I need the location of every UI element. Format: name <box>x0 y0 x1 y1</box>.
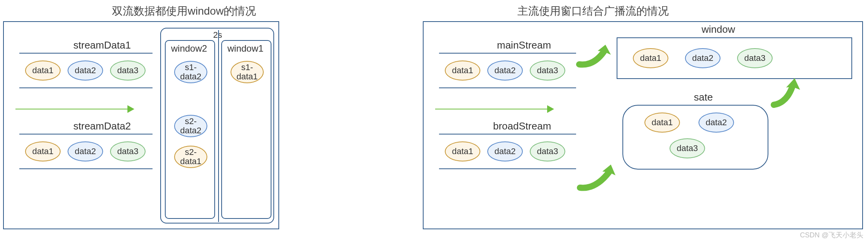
windows-group: 2s window2 s1-data2 s2-data2 s2-data1 wi… <box>160 28 274 224</box>
mainstream-label: mainStream <box>497 39 551 51</box>
data-ellipse: data1 <box>25 141 61 161</box>
broadstream-top-line <box>439 134 576 134</box>
stream1-label: streamData1 <box>73 39 131 51</box>
data-ellipse: s1-data1 <box>231 61 264 83</box>
stream2-label: streamData2 <box>73 120 131 132</box>
left-title: 双流数据都使用window的情况 <box>112 4 256 18</box>
data-ellipse: s2-data2 <box>174 115 207 137</box>
data-ellipse: data2 <box>68 61 103 81</box>
windows-separator <box>218 30 219 222</box>
data-ellipse: data2 <box>68 141 103 161</box>
stream-arrow-line <box>15 109 127 109</box>
stream1-bottom-line <box>19 87 153 88</box>
stream-arrow-head-icon <box>127 105 134 113</box>
data-ellipse: data2 <box>698 113 734 133</box>
data-ellipse: data3 <box>110 141 146 161</box>
data-ellipse: data2 <box>685 48 721 68</box>
data-ellipse: data1 <box>445 61 480 81</box>
window-label: window <box>702 24 735 35</box>
window-box: data1 data2 data3 <box>617 37 852 79</box>
broadstream-bottom-line <box>439 168 576 169</box>
stream1-top-line <box>19 53 153 54</box>
broadstream-label: broadStream <box>493 120 551 132</box>
arrow-main-to-window-icon <box>576 43 615 70</box>
data-ellipse: s1-data2 <box>174 61 207 83</box>
data-ellipse: data1 <box>633 48 668 68</box>
state-label: sate <box>694 91 713 103</box>
right-panel: mainStream data1 data2 data3 window data… <box>423 21 863 229</box>
window1-label: window1 <box>227 43 263 54</box>
state-box: data1 data2 data3 <box>622 105 768 170</box>
data-ellipse: data3 <box>530 141 565 161</box>
diagram-canvas: 双流数据都使用window的情况 streamData1 data1 data2… <box>0 0 868 242</box>
stream-arrow-head-icon <box>547 105 554 113</box>
data-ellipse: data2 <box>487 61 523 81</box>
arrow-state-to-window-icon <box>769 76 804 111</box>
mainstream-top-line <box>439 53 576 54</box>
data-ellipse: data1 <box>25 61 61 81</box>
right-title: 主流使用窗口结合广播流的情况 <box>517 4 669 18</box>
window2-label: window2 <box>171 43 207 54</box>
data-ellipse: data1 <box>644 113 680 133</box>
mainstream-bottom-line <box>439 87 576 88</box>
window2-col: window2 s1-data2 s2-data2 s2-data1 <box>165 40 215 219</box>
data-ellipse: data3 <box>670 138 705 158</box>
left-panel: streamData1 data1 data2 data3 streamData… <box>3 21 279 229</box>
stream-arrow-line <box>435 109 547 109</box>
data-ellipse: data2 <box>487 141 523 161</box>
data-ellipse: data3 <box>530 61 565 81</box>
arrow-broad-to-state-icon <box>576 161 622 195</box>
watermark-text: CSDN @飞天小老头 <box>800 230 863 240</box>
tick-label: 2s <box>213 30 222 40</box>
stream2-bottom-line <box>19 168 153 169</box>
stream2-top-line <box>19 134 153 134</box>
window1-col: window1 s1-data1 <box>221 40 271 219</box>
data-ellipse: s2-data1 <box>174 146 207 168</box>
data-ellipse: data1 <box>445 141 480 161</box>
data-ellipse: data3 <box>737 48 773 68</box>
data-ellipse: data3 <box>110 61 146 81</box>
